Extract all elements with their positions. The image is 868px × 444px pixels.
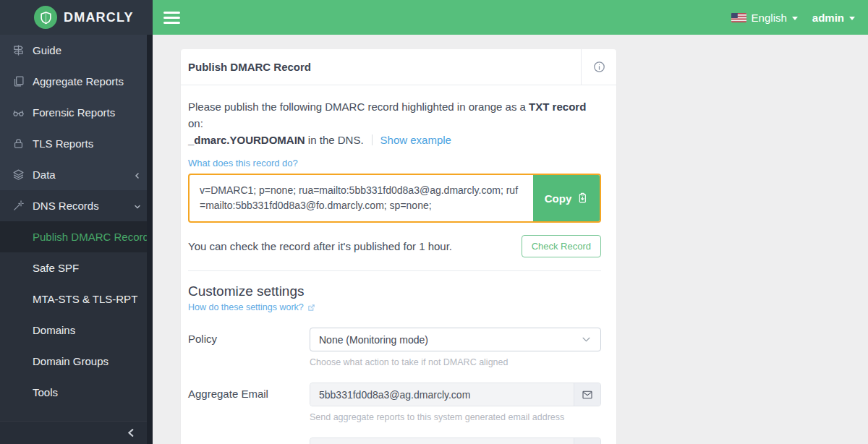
aggregate-email-group (310, 383, 601, 406)
user-menu[interactable]: admin (804, 12, 855, 24)
info-icon (593, 61, 605, 73)
forensic-email-field[interactable] (310, 438, 574, 444)
copy-button-label: Copy (545, 192, 572, 205)
username-label: admin (812, 12, 844, 24)
policy-helper-text: Choose what action to take if not DMARC … (310, 357, 601, 367)
dmarc-record-value[interactable]: v=DMARC1; p=none; rua=mailto:5bb331fd0d8… (190, 175, 533, 221)
settings-help-label: How do these settings work? (188, 302, 304, 312)
dmarc-record-box: v=DMARC1; p=none; rua=mailto:5bb331fd0d8… (188, 174, 601, 223)
sidebar-item-label: Publish DMARC Record (33, 231, 149, 243)
customize-settings-title: Customize settings (188, 283, 601, 299)
info-button[interactable] (581, 49, 616, 85)
check-record-text: You can check the record after it's publ… (188, 240, 452, 252)
sidebar-item-label: Guide (33, 44, 61, 56)
sidebar-item-label: Aggregate Reports (33, 75, 124, 87)
settings-help-link[interactable]: How do these settings work? (188, 302, 315, 312)
publish-dmarc-card: Publish DMARC Record Please publish the … (181, 49, 616, 444)
sidebar-item-safe-spf[interactable]: Safe SPF (0, 252, 153, 283)
section-divider (188, 270, 601, 271)
pages-icon (12, 75, 25, 87)
sidebar-item-label: Domains (33, 324, 75, 336)
sidebar-item-dns-records[interactable]: DNS Records (0, 190, 153, 221)
sidebar-item-mta-sts-tls-rpt[interactable]: MTA-STS & TLS-RPT (0, 283, 153, 315)
sidebar-item-domain-groups[interactable]: Domain Groups (0, 346, 153, 377)
policy-label: Policy (188, 328, 310, 367)
check-record-row: You can check the record after it's publ… (188, 235, 601, 257)
sidebar-item-domains[interactable]: Domains (0, 315, 153, 346)
app-window: DMARCLY Guide Aggregate Reports Forensic… (0, 0, 868, 444)
check-record-button[interactable]: Check Record (522, 235, 601, 257)
policy-selected-value: None (Monitoring mode) (319, 334, 428, 346)
sidebar-scrollbar[interactable] (147, 35, 153, 444)
settings-form: Policy None (Monitoring mode) Choose wha… (188, 328, 601, 444)
topbar-right: English admin (731, 12, 855, 24)
sidebar-item-label: DNS Records (33, 200, 99, 212)
wand-icon (12, 200, 25, 212)
chevron-down-icon (581, 334, 592, 345)
sidebar-item-aggregate-reports[interactable]: Aggregate Reports (0, 66, 153, 97)
aggregate-email-field[interactable] (310, 383, 574, 406)
logo[interactable]: DMARCLY (0, 0, 153, 35)
card-header: Publish DMARC Record (181, 49, 616, 85)
copy-button[interactable]: Copy (533, 175, 600, 221)
glasses-icon (12, 106, 25, 119)
dns-records-submenu: Publish DMARC Record Safe SPF MTA-STS & … (0, 221, 153, 408)
sidebar-item-label: Safe SPF (33, 262, 79, 274)
what-does-record-do-link[interactable]: What does this record do? (188, 158, 298, 168)
hamburger-menu-icon[interactable] (163, 12, 180, 24)
lock-icon (12, 137, 25, 150)
intro-bold-dmarc-host: _dmarc.YOURDOMAIN (188, 134, 305, 146)
sidebar-item-forensic-reports[interactable]: Forensic Reports (0, 97, 153, 128)
sidebar-item-label: TLS Reports (33, 137, 93, 150)
sidebar-item-tools[interactable]: Tools (0, 377, 153, 408)
caret-down-icon (849, 17, 855, 20)
shield-logo-icon (34, 6, 57, 29)
envelope-icon (574, 383, 600, 406)
page-title: Publish DMARC Record (181, 49, 581, 85)
main-area: English admin Publish DMARC Record (153, 0, 868, 444)
aggregate-email-helper-text: Send aggregate reports to this system ge… (310, 412, 601, 422)
aggregate-email-row: Aggregate Email Send aggregate reports t… (188, 383, 601, 422)
forensic-email-group (310, 437, 601, 444)
layers-icon (12, 168, 25, 181)
text-divider (372, 135, 373, 145)
forensic-email-label: Forensic Email (188, 437, 310, 444)
sidebar-item-label: Data (33, 168, 56, 181)
external-link-icon (307, 304, 315, 312)
forensic-email-row: Forensic Email Send forensic reports to … (188, 437, 601, 444)
logo-text: DMARCLY (64, 10, 134, 25)
intro-part: in the DNS. (305, 134, 364, 146)
clipboard-icon (576, 192, 588, 204)
sidebar-nav: Guide Aggregate Reports Forensic Reports… (0, 35, 153, 221)
card-body: Please publish the following DMARC recor… (181, 85, 616, 444)
aggregate-email-label: Aggregate Email (188, 383, 310, 422)
sidebar-item-guide[interactable]: Guide (0, 35, 153, 66)
intro-text: Please publish the following DMARC recor… (188, 98, 601, 148)
sidebar-item-label: Domain Groups (33, 355, 109, 367)
sidebar-item-label: Forensic Reports (33, 106, 115, 119)
topbar: English admin (153, 0, 868, 35)
intro-bold-txt-record: TXT record (529, 101, 586, 113)
intro-part: on: (188, 117, 203, 129)
sidebar: DMARCLY Guide Aggregate Reports Forensic… (0, 0, 153, 444)
policy-row: Policy None (Monitoring mode) Choose wha… (188, 328, 601, 367)
sidebar-item-publish-dmarc-record[interactable]: Publish DMARC Record (0, 221, 153, 252)
sidebar-item-label: Tools (33, 386, 58, 398)
sidebar-item-tls-reports[interactable]: TLS Reports (0, 128, 153, 159)
chevron-down-icon (133, 201, 142, 210)
caret-down-icon (792, 17, 798, 20)
signpost-icon (12, 44, 25, 56)
show-example-link[interactable]: Show example (380, 134, 451, 146)
language-menu[interactable]: English (731, 12, 798, 24)
policy-select[interactable]: None (Monitoring mode) (310, 328, 601, 351)
content-area: Publish DMARC Record Please publish the … (153, 35, 868, 444)
language-label: English (752, 12, 787, 24)
sidebar-item-label: MTA-STS & TLS-RPT (33, 293, 137, 305)
collapse-sidebar-icon[interactable] (126, 427, 137, 438)
us-flag-icon (731, 13, 746, 22)
intro-part: Please publish the following DMARC recor… (188, 101, 529, 113)
sidebar-item-data[interactable]: Data (0, 159, 153, 190)
envelope-icon (574, 438, 600, 444)
chevron-left-icon (133, 170, 142, 179)
sidebar-footer (0, 421, 147, 444)
